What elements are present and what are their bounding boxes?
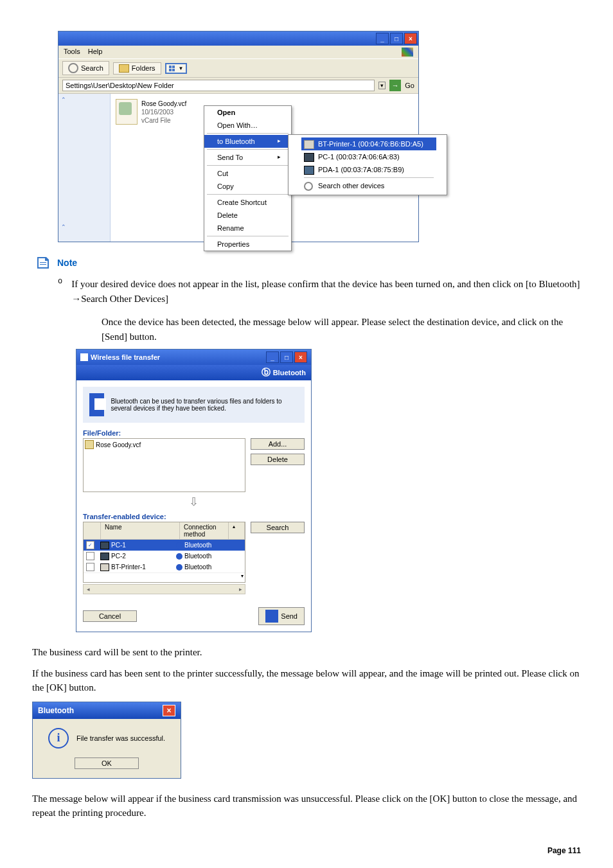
go-icon[interactable]: → xyxy=(389,80,401,91)
sub-pc1[interactable]: PC-1 (00:03:7A:06:6A:83) xyxy=(301,150,436,163)
col-name[interactable]: Name xyxy=(101,522,180,539)
device-row[interactable]: BT-Printer-1Bluetooth xyxy=(84,562,245,572)
wft-title: Wireless file transfer xyxy=(91,353,160,361)
close-icon[interactable]: × xyxy=(404,33,417,44)
address-input[interactable]: Settings\User\Desktop\New Folder xyxy=(62,80,375,91)
device-row[interactable]: PC-2Bluetooth xyxy=(84,551,245,562)
device-method: Bluetooth xyxy=(184,563,211,571)
col-method[interactable]: Connection method xyxy=(180,522,229,539)
address-bar: Settings\User\Desktop\New Folder ▾ → Go xyxy=(58,78,418,94)
scroll-down-icon[interactable]: ▾ xyxy=(241,573,244,579)
search-button[interactable]: Search xyxy=(62,61,109,75)
note-heading: Note xyxy=(35,255,581,270)
transfer-icon xyxy=(89,393,104,416)
note-icon xyxy=(35,255,51,270)
info-text: Bluetooth can be used to transfer variou… xyxy=(111,398,298,412)
ctx-delete[interactable]: Delete xyxy=(204,209,291,222)
side-panel: ⌃ ⌃ xyxy=(58,94,111,242)
go-label: Go xyxy=(405,82,414,89)
ctx-to-bluetooth[interactable]: to Bluetooth BT-Printer-1 (00:04:76:B6:B… xyxy=(204,135,291,148)
explorer-screenshot: _ □ × Tools Help Search Folders ▼ Settin… xyxy=(58,31,581,242)
windows-logo-icon xyxy=(402,48,413,57)
title-bar: _ □ × xyxy=(58,31,418,46)
address-dropdown-icon[interactable]: ▾ xyxy=(378,82,386,89)
device-name: PC-2 xyxy=(111,553,126,560)
ok-button[interactable]: OK xyxy=(75,757,139,769)
filefolder-label: File/Folder: xyxy=(83,429,305,437)
note-bullet-text: If your desired device does not appear i… xyxy=(71,277,581,306)
close-icon[interactable]: × xyxy=(163,705,175,716)
file-name: Rose Goody.vcf xyxy=(141,100,186,108)
arrow-down-icon: ⇩ xyxy=(83,495,305,509)
sub-search[interactable]: Search other devices xyxy=(301,179,436,192)
view-button[interactable]: ▼ xyxy=(165,63,188,74)
bluetooth-icon xyxy=(176,553,182,560)
pc-icon xyxy=(304,153,314,162)
ctx-rename[interactable]: Rename xyxy=(204,222,291,235)
wft-footer: Cancel Send xyxy=(76,601,311,632)
checkbox[interactable]: ✓ xyxy=(86,541,94,549)
checkbox[interactable] xyxy=(86,552,94,560)
folders-button[interactable]: Folders xyxy=(113,62,161,75)
device-name: PC-1 xyxy=(111,542,126,549)
menu-bar: Tools Help xyxy=(58,46,418,59)
send-button[interactable]: Send xyxy=(258,607,305,625)
maximize-icon[interactable]: □ xyxy=(280,351,293,363)
file-pane: Rose Goody.vcf 10/16/2003 vCard File Ope… xyxy=(111,94,418,242)
wft-screenshot: Wireless file transfer _ □ × ⓑ Bluetooth… xyxy=(76,349,581,632)
menu-tools[interactable]: Tools xyxy=(64,48,80,57)
text-fail: The message below will appear if the bus… xyxy=(32,792,581,820)
menu-help[interactable]: Help xyxy=(88,48,103,57)
file-date: 10/16/2003 xyxy=(141,108,186,116)
info-box: Bluetooth can be used to transfer variou… xyxy=(83,387,305,423)
toolbar: Search Folders ▼ xyxy=(58,59,418,78)
dlg-title-bar: Bluetooth × xyxy=(33,702,181,719)
bluetooth-icon xyxy=(176,564,182,571)
ctx-sendto[interactable]: Send To xyxy=(204,151,291,164)
device-icon xyxy=(100,542,109,549)
search-button[interactable]: Search xyxy=(251,522,305,533)
note-body: o If your desired device does not appear… xyxy=(58,277,581,344)
bluetooth-banner: ⓑ Bluetooth xyxy=(76,365,311,380)
info-icon: i xyxy=(48,728,69,748)
scroll-up-icon[interactable]: ▴ xyxy=(229,522,245,539)
sub-btprinter[interactable]: BT-Printer-1 (00:04:76:B6:BD:A5) xyxy=(301,137,436,150)
note-para: Once the device has been detected, the m… xyxy=(102,315,581,344)
device-icon xyxy=(100,553,109,560)
page-number: Page 111 xyxy=(32,846,581,855)
pda-icon xyxy=(304,166,314,175)
ctx-openwith[interactable]: Open With… xyxy=(204,119,291,132)
ctx-cut[interactable]: Cut xyxy=(204,167,291,180)
file-list[interactable]: Rose Goody.vcf xyxy=(83,438,245,492)
wft-title-bar: Wireless file transfer _ □ × xyxy=(76,350,311,365)
add-button[interactable]: Add... xyxy=(251,438,305,450)
text-sent: The business card will be sent to the pr… xyxy=(32,645,581,660)
send-icon xyxy=(265,610,278,623)
context-menu: Open Open With… to Bluetooth BT-Printer-… xyxy=(204,105,292,251)
h-scrollbar[interactable]: ◂▸ xyxy=(83,584,245,594)
device-method: Bluetooth xyxy=(184,542,211,549)
minimize-icon[interactable]: _ xyxy=(376,33,389,44)
bluetooth-submenu: BT-Printer-1 (00:04:76:B6:BD:A5) PC-1 (0… xyxy=(288,134,447,195)
sub-pda1[interactable]: PDA-1 (00:03:7A:08:75:B9) xyxy=(301,163,436,176)
ctx-open[interactable]: Open xyxy=(204,106,291,119)
success-dialog: Bluetooth × i File transfer was successf… xyxy=(32,702,581,779)
maximize-icon[interactable]: □ xyxy=(390,33,403,44)
minimize-icon[interactable]: _ xyxy=(266,351,279,363)
cancel-button[interactable]: Cancel xyxy=(83,610,137,622)
device-method: Bluetooth xyxy=(184,553,211,560)
checkbox[interactable] xyxy=(86,563,94,571)
close-icon[interactable]: × xyxy=(294,351,307,363)
file-type: vCard File xyxy=(141,116,186,125)
ted-label: Transfer-enabled device: xyxy=(83,513,305,520)
device-name: BT-Printer-1 xyxy=(111,563,146,571)
ctx-copy[interactable]: Copy xyxy=(204,180,291,193)
ctx-shortcut[interactable]: Create Shortcut xyxy=(204,196,291,209)
dlg-title: Bluetooth xyxy=(38,706,74,715)
device-table: Name Connection method ▴ ✓PC-1BluetoothP… xyxy=(83,522,245,583)
delete-button[interactable]: Delete xyxy=(251,454,305,465)
search-icon xyxy=(68,63,78,73)
ctx-properties[interactable]: Properties xyxy=(204,238,291,251)
device-row[interactable]: ✓PC-1Bluetooth xyxy=(84,540,245,551)
bullet-icon: o xyxy=(58,277,62,306)
